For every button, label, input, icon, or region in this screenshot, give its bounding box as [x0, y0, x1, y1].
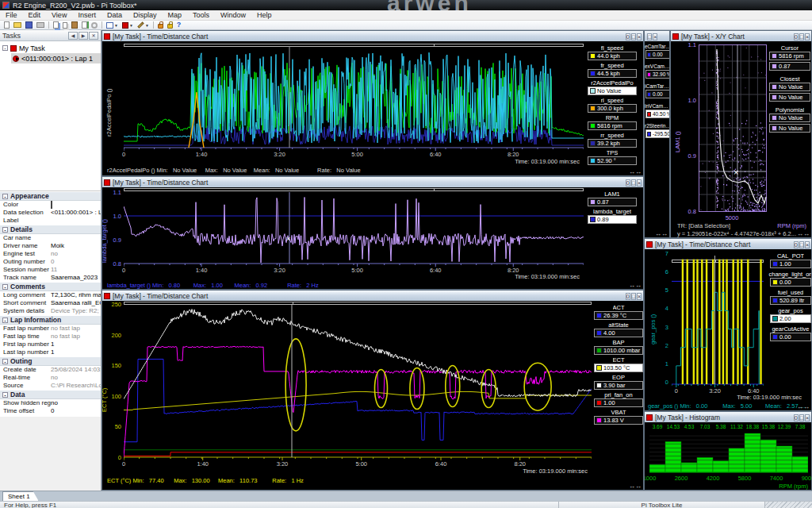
- property-section-header[interactable]: -Data: [0, 390, 101, 399]
- property-value[interactable]: 11: [51, 266, 101, 274]
- pan-arrows-icon[interactable]: ↔↔: [797, 403, 810, 410]
- maximize-button[interactable]: □: [799, 414, 804, 421]
- channel-value-box[interactable]: 0.87: [588, 198, 637, 206]
- menu-data[interactable]: Data: [102, 10, 128, 21]
- collapse-icon[interactable]: -: [2, 284, 8, 290]
- refresh-button[interactable]: [90, 21, 99, 29]
- channel-value-box[interactable]: 0.00: [645, 50, 669, 59]
- property-value[interactable]: T2,130C, rihm maas!: [51, 291, 101, 299]
- titlebar[interactable]: R2 Engine_R200_V2.pwb - Pi Toolbox* arwe…: [0, 0, 812, 10]
- speed-chart-plot[interactable]: [124, 46, 584, 152]
- property-value[interactable]: no: [51, 250, 101, 258]
- property-value[interactable]: C:\Pi Research\Log...: [51, 382, 101, 390]
- maximize-button[interactable]: □: [631, 33, 636, 40]
- save-button[interactable]: [24, 21, 34, 29]
- channel-value-box[interactable]: 44.0 kph: [588, 52, 637, 60]
- property-section-header[interactable]: -Outing: [0, 356, 101, 366]
- channel-value-box[interactable]: 39.2 kph: [588, 139, 637, 148]
- lambda-chart-plot[interactable]: ×: [124, 192, 584, 268]
- window-titlebar[interactable]: [My Task] - Histogram 0□×: [645, 412, 811, 422]
- channel-value-box[interactable]: 0.00: [645, 90, 669, 98]
- close-button[interactable]: ×: [637, 33, 642, 40]
- range-slider-divider[interactable]: [434, 189, 435, 190]
- channel-value-box[interactable]: 103.50 °C: [594, 364, 643, 372]
- legend-value-box[interactable]: 5816 rpm: [769, 52, 810, 60]
- menu-insert[interactable]: Insert: [72, 10, 102, 21]
- window-titlebar[interactable]: [My Task] - Time/Distance Chart 0□×: [102, 291, 643, 301]
- menu-window[interactable]: Window: [215, 10, 251, 21]
- legend-value-box[interactable]: No Value: [769, 93, 810, 102]
- property-value[interactable]: [51, 201, 101, 209]
- property-value[interactable]: 0: [51, 258, 101, 266]
- histogram-plot[interactable]: [649, 432, 808, 474]
- channel-value-box[interactable]: 0.00: [770, 278, 811, 287]
- maximize-button[interactable]: □: [631, 293, 636, 300]
- menu-file[interactable]: File: [0, 10, 23, 21]
- channel-value-box[interactable]: 520.89 ltr: [770, 296, 811, 305]
- menu-map[interactable]: Map: [162, 10, 187, 21]
- color-swatch[interactable]: [51, 201, 52, 209]
- close-panel-button[interactable]: ✕: [89, 32, 98, 40]
- collapse-icon[interactable]: -: [2, 194, 8, 199]
- close-button[interactable]: ×: [637, 179, 642, 187]
- print-button[interactable]: [35, 21, 46, 29]
- channel-value-box[interactable]: 44.5 kph: [588, 69, 637, 78]
- close-button[interactable]: ×: [637, 293, 642, 300]
- help-button[interactable]: ?: [175, 21, 183, 29]
- property-value[interactable]: [51, 234, 101, 242]
- lock-b-button[interactable]: [166, 21, 174, 29]
- property-value[interactable]: Saaremaa ralli_ECU ...: [51, 299, 101, 307]
- range-slider[interactable]: [124, 188, 584, 191]
- collapse-icon[interactable]: -: [2, 227, 8, 233]
- channel-value-box[interactable]: -295.50 °: [645, 129, 669, 138]
- collapse-icon[interactable]: -: [2, 392, 8, 398]
- channel-value-box[interactable]: 0.00: [770, 333, 811, 341]
- property-value[interactable]: Saaremaa_2023: [51, 274, 101, 282]
- channel-value-box[interactable]: 52.90 °: [588, 156, 637, 165]
- pan-arrows-icon[interactable]: ↔↔: [629, 282, 642, 289]
- property-value[interactable]: no fast lap: [51, 325, 101, 333]
- pan-arrows-icon[interactable]: ↔↔: [797, 230, 810, 237]
- resize-grip[interactable]: [764, 502, 812, 508]
- maximize-button[interactable]: □: [647, 33, 652, 40]
- close-button[interactable]: ×: [805, 241, 810, 248]
- close-button[interactable]: ×: [805, 414, 810, 421]
- maximize-button[interactable]: □: [631, 179, 636, 187]
- sheet-tab[interactable]: Sheet 1: [2, 491, 39, 501]
- menu-tools[interactable]: Tools: [187, 10, 215, 21]
- export-button[interactable]: [80, 21, 89, 29]
- property-section-header[interactable]: -Appearance: [0, 191, 101, 201]
- window-titlebar[interactable]: [My Task] - Time/Distance Chart 0□×: [102, 177, 643, 187]
- pan-arrows-icon[interactable]: ↔↔: [629, 483, 642, 490]
- channel-value-box[interactable]: 1.00: [594, 398, 643, 407]
- property-value[interactable]: 25/08/2024 14:03:50: [51, 366, 101, 374]
- window-titlebar[interactable]: [My Task] - Time/Distance Chart 0□×: [102, 31, 643, 41]
- legend-value-box[interactable]: No Value: [769, 114, 810, 122]
- layout-button[interactable]: ▼: [105, 21, 120, 29]
- property-value[interactable]: [51, 217, 101, 225]
- xy-chart-plot[interactable]: ×: [699, 44, 768, 213]
- pin-button[interactable]: 0: [794, 414, 799, 421]
- channel-value-box[interactable]: 5816 rpm: [588, 121, 637, 130]
- menu-help[interactable]: Help: [251, 10, 278, 21]
- channel-value-box[interactable]: 32.90 %: [645, 70, 669, 79]
- menu-edit[interactable]: Edit: [23, 10, 47, 21]
- maximize-button[interactable]: □: [799, 33, 804, 40]
- channel-value-box[interactable]: No Value: [588, 87, 637, 95]
- pin-button[interactable]: 0: [626, 293, 630, 300]
- collapse-icon[interactable]: -: [2, 318, 8, 323]
- scroll-left-button[interactable]: ◀: [68, 32, 78, 40]
- pin-button[interactable]: 0: [626, 179, 630, 187]
- legend-value-box[interactable]: 0.87: [769, 62, 810, 71]
- new-button[interactable]: [2, 21, 11, 29]
- channel-value-box[interactable]: 40.50 %: [645, 110, 669, 118]
- property-section-header[interactable]: -Lap Information: [0, 315, 101, 325]
- pan-arrows-icon[interactable]: ↔↔: [629, 168, 642, 175]
- gear-chart-plot[interactable]: [672, 252, 764, 391]
- channel-value-box[interactable]: 4.00: [594, 329, 643, 337]
- property-value[interactable]: <011:000:001> : Lap 1: [51, 209, 101, 217]
- close-button[interactable]: ×: [653, 33, 657, 40]
- task-tree-root[interactable]: - My Task: [0, 43, 101, 53]
- property-value[interactable]: no: [51, 399, 101, 407]
- ect-chart-plot[interactable]: [124, 304, 592, 462]
